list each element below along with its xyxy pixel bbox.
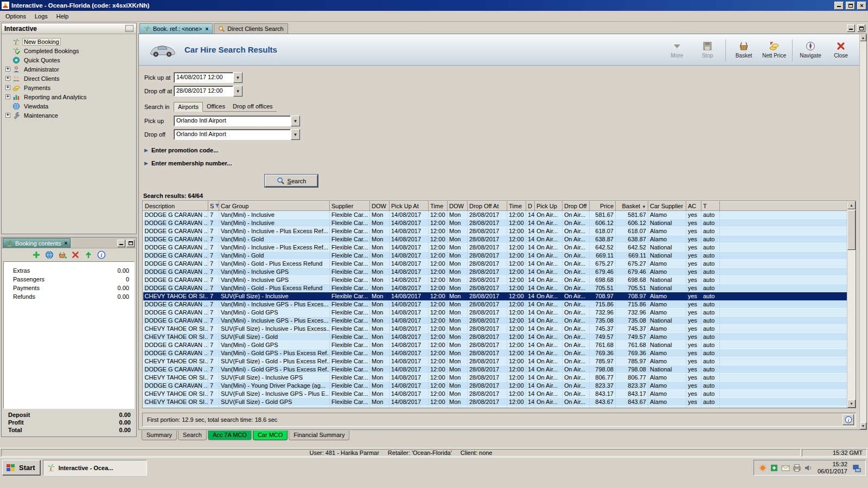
tab-direct-clients-search[interactable]: Direct Clients Search	[214, 23, 288, 34]
taskbar-clock[interactable]: 15:32 06/01/2017	[815, 461, 850, 474]
result-row[interactable]: DODGE G CARAVAN ...7Van(Mini) - Inclusiv…	[143, 211, 847, 219]
maximize-window-button[interactable]	[846, 2, 855, 10]
column-header-drop-off-at[interactable]: Drop Off At	[468, 202, 507, 211]
column-header-car-supplier[interactable]: Car Supplier	[648, 202, 686, 211]
minimize-window-button[interactable]	[834, 2, 844, 10]
close-tab-icon[interactable]: ×	[64, 240, 67, 246]
sidebar-item-new-booking[interactable]: New Booking	[3, 37, 64, 46]
booking-row-refunds[interactable]: Refunds0.00	[4, 292, 134, 301]
result-row[interactable]: DODGE G CARAVAN ...7Van(Mini) - Gold GPS…	[143, 341, 847, 349]
result-row[interactable]: DODGE G CARAVAN ...7Van(Mini) - Gold - P…	[143, 284, 847, 292]
scroll-up-icon[interactable]: ▲	[847, 201, 856, 209]
close-window-button[interactable]: ×	[857, 2, 866, 10]
sidebar-item-completed-bookings[interactable]: Completed Bookings	[3, 46, 84, 55]
search-button[interactable]: Search	[265, 175, 318, 187]
column-header-drop-off[interactable]: Drop Off	[563, 202, 590, 211]
menu-item-logs[interactable]: Logs	[30, 11, 52, 21]
column-header-price[interactable]: Price	[590, 202, 616, 211]
result-row[interactable]: DODGE G CARAVAN ...7Van(Mini) - Gold - P…	[143, 260, 847, 268]
chevron-down-icon[interactable]: ▼	[233, 72, 242, 83]
add-icon[interactable]	[32, 251, 41, 259]
chevron-down-icon[interactable]: ▼	[291, 115, 300, 126]
column-header-description[interactable]: Description	[143, 202, 208, 211]
scroll-up-icon[interactable]: ▲	[860, 34, 866, 41]
column-header-d[interactable]: D	[526, 202, 535, 211]
taskbar-item-interactive[interactable]: Interactive - Ocea...	[43, 460, 147, 476]
restore-panel-button[interactable]	[126, 240, 135, 247]
sun-icon[interactable]	[758, 464, 767, 472]
column-header-time[interactable]: Time	[429, 202, 448, 211]
tab-book-ref-none[interactable]: Book. ref.: <none>×	[139, 23, 213, 34]
basket-button[interactable]: Basket	[730, 38, 758, 59]
chevron-down-icon[interactable]: ▼	[291, 129, 300, 140]
column-header-basket[interactable]: Basket▼	[616, 202, 648, 211]
membership-number-expander[interactable]: ▶ Enter membership number...	[144, 159, 859, 168]
column-header-supplier[interactable]: Supplier	[330, 202, 370, 211]
minimize-panel-button[interactable]	[117, 240, 125, 247]
result-row[interactable]: DODGE G CARAVAN ...7Van(Mini) - Inclusiv…	[143, 317, 847, 325]
column-header-time[interactable]: Time	[507, 202, 526, 211]
tab-close-icon[interactable]: ×	[206, 26, 209, 32]
booking-row-passengers[interactable]: Passengers0	[4, 275, 134, 284]
minimize-document-button[interactable]	[847, 24, 855, 32]
expand-icon[interactable]: +	[5, 76, 10, 81]
column-header-pick-up[interactable]: Pick Up	[535, 202, 563, 211]
column-header-s[interactable]: S	[208, 202, 219, 211]
result-row[interactable]: CHEVY TAHOE OR SI...7SUV(Full Size) - In…	[143, 292, 847, 300]
sidebar-item-direct-clients[interactable]: +Direct Clients	[3, 74, 64, 83]
booking-row-extras[interactable]: Extras0.00	[4, 266, 134, 275]
dropoff-location-select[interactable]: Orlando Intl Airport ▼	[174, 129, 300, 140]
search-in-tab-drop-off-offices[interactable]: Drop off offices	[229, 102, 277, 111]
bottom-tab-summary[interactable]: Summary	[142, 431, 177, 440]
pickup-location-select[interactable]: Orlando Intl Airport ▼	[174, 115, 300, 126]
sidebar-item-quick-quotes[interactable]: Quick Quotes	[3, 55, 65, 65]
result-row[interactable]: CHEVY TAHOE OR SI...7SUV(Full Size) - In…	[143, 390, 847, 398]
sidebar-item-payments[interactable]: +Payments	[3, 83, 55, 92]
result-row[interactable]: DODGE G CARAVAN ...7Van(Mini) - Gold GPS…	[143, 309, 847, 317]
sidebar-item-viewdata[interactable]: Viewdata	[3, 101, 53, 111]
menu-item-help[interactable]: Help	[52, 11, 73, 21]
bottom-tab-car-mco[interactable]: Car MCO	[253, 431, 288, 440]
menu-item-options[interactable]: Options	[1, 11, 30, 21]
globe-icon[interactable]	[45, 251, 54, 259]
result-row[interactable]: CHEVY TAHOE OR SI...7SUV(Full Size) - In…	[143, 374, 847, 382]
sidebar-item-maintenance[interactable]: +Maintenance	[3, 111, 63, 120]
result-row[interactable]: DODGE G CARAVAN ...7Van(Mini) - Inclusiv…	[143, 219, 847, 227]
info-icon[interactable]: i	[97, 251, 106, 259]
close-button[interactable]: Close	[827, 38, 855, 59]
result-row[interactable]: DODGE G CARAVAN ...7Van(Mini) - Inclusiv…	[143, 227, 847, 235]
expand-icon[interactable]: +	[5, 85, 10, 90]
bottom-tab-financial-summary[interactable]: Financial Summary	[289, 431, 349, 440]
result-row[interactable]: DODGE G CARAVAN ...7Van(Mini) - Inclusiv…	[143, 276, 847, 284]
column-header-ac[interactable]: AC	[686, 202, 701, 211]
result-row[interactable]: DODGE G CARAVAN ...7Van(Mini) - GoldFlex…	[143, 235, 847, 243]
expand-icon[interactable]: +	[5, 113, 10, 118]
result-row[interactable]: DODGE G CARAVAN ...7Van(Mini) - Young Dr…	[143, 406, 847, 408]
update-icon[interactable]	[770, 464, 778, 472]
search-in-tab-offices[interactable]: Offices	[203, 102, 229, 111]
result-row[interactable]: DODGE G CARAVAN ...7Van(Mini) - Inclusiv…	[143, 300, 847, 309]
scroll-thumb[interactable]	[847, 210, 856, 250]
booking-row-payments[interactable]: Payments0.00	[4, 284, 134, 292]
result-row[interactable]: DODGE G CARAVAN ...7Van(Mini) - Young Dr…	[143, 382, 847, 390]
tab-booking-contents[interactable]: Booking contents ×	[3, 238, 71, 248]
nett-price-button[interactable]: Nett Price	[760, 38, 788, 59]
scroll-down-icon[interactable]: ▼	[847, 400, 856, 408]
basket-add-icon[interactable]	[58, 251, 67, 259]
scroll-track[interactable]	[860, 41, 866, 422]
result-row[interactable]: DODGE G CARAVAN ...7Van(Mini) - Gold GPS…	[143, 349, 847, 357]
dropoff-datetime-input[interactable]: 28/08/2017 12:00 ▼	[174, 86, 242, 97]
column-header-car-group[interactable]: Car Group	[219, 202, 330, 211]
result-row[interactable]: DODGE G CARAVAN ...7Van(Mini) - Inclusiv…	[143, 268, 847, 276]
delete-icon[interactable]	[71, 251, 80, 259]
column-header-t[interactable]: T	[701, 202, 720, 211]
bottom-tab-search[interactable]: Search	[178, 431, 207, 440]
pickup-datetime-input[interactable]: 14/08/2017 12:00 ▼	[174, 72, 242, 83]
result-row[interactable]: CHEVY TAHOE OR SI...7SUV(Full Size) - Go…	[143, 357, 847, 365]
restore-document-button[interactable]	[857, 24, 865, 32]
expand-icon[interactable]: +	[5, 94, 10, 99]
chevron-down-icon[interactable]: ▼	[233, 86, 242, 97]
promotion-code-expander[interactable]: ▶ Enter promotion code...	[144, 146, 859, 155]
scroll-down-icon[interactable]: ▼	[860, 422, 866, 429]
result-row[interactable]: CHEVY TAHOE OR SI...7SUV(Full Size) - In…	[143, 325, 847, 333]
